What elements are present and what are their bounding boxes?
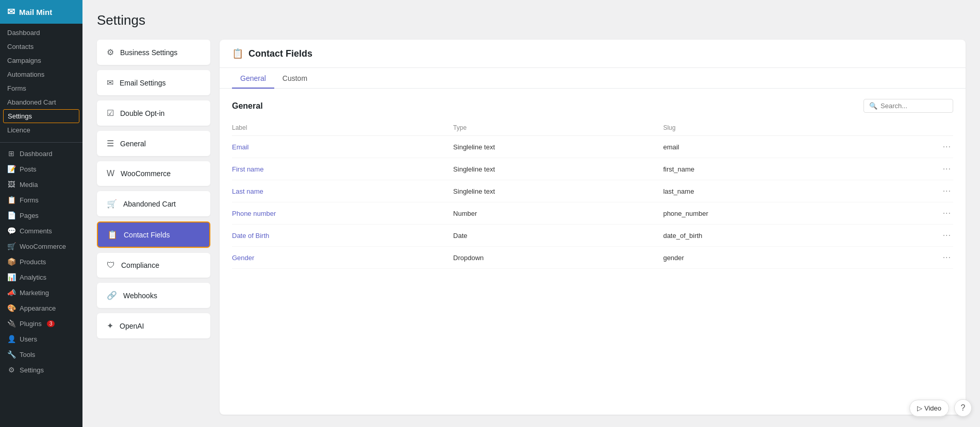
mail-mint-logo[interactable]: ✉ Mail Mint bbox=[0, 0, 82, 24]
table-row: Date of BirthDatedate_of_birth··· bbox=[232, 225, 953, 247]
sidebar-item-contacts[interactable]: Contacts bbox=[0, 40, 82, 54]
settings-menu-item-contact-fields[interactable]: 📋Contact Fields bbox=[97, 221, 210, 248]
field-actions-email: ··· bbox=[890, 136, 954, 158]
sidebar-item-wp-settings[interactable]: ⚙Settings bbox=[0, 362, 82, 378]
settings-menu-item-woocommerce-settings[interactable]: WWooCommerce bbox=[97, 161, 210, 186]
field-more-btn-last_name[interactable]: ··· bbox=[941, 186, 953, 196]
compliance-menu-icon: 🛡 bbox=[107, 261, 115, 270]
field-more-btn-email[interactable]: ··· bbox=[941, 142, 953, 151]
compliance-menu-label: Compliance bbox=[121, 261, 159, 269]
col-actions bbox=[890, 120, 954, 136]
settings-menu: ⚙Business Settings✉Email Settings☑Double… bbox=[97, 40, 210, 415]
sidebar-item-analytics[interactable]: 📊Analytics bbox=[0, 269, 82, 285]
sidebar-item-appearance[interactable]: 🎨Appearance bbox=[0, 300, 82, 316]
table-row: First nameSingleline textfirst_name··· bbox=[232, 158, 953, 180]
tab-custom[interactable]: Custom bbox=[274, 68, 315, 89]
products-icon: 📦 bbox=[7, 258, 15, 266]
plugins-icon: 🔌 bbox=[7, 319, 15, 328]
sidebar-item-users[interactable]: 👤Users bbox=[0, 331, 82, 347]
sidebar-item-wp-forms[interactable]: 📋Forms bbox=[0, 192, 82, 208]
sidebar-divider bbox=[0, 142, 82, 143]
sidebar-item-abandoned-cart[interactable]: Abandoned Cart bbox=[0, 95, 82, 109]
field-more-btn-date_of_birth[interactable]: ··· bbox=[941, 231, 953, 240]
sidebar-item-wp-dashboard[interactable]: ⊞Dashboard bbox=[0, 146, 82, 161]
woocommerce-settings-menu-label: WooCommerce bbox=[121, 169, 171, 178]
sidebar-item-woocommerce[interactable]: 🛒WooCommerce bbox=[0, 238, 82, 254]
settings-menu-item-compliance[interactable]: 🛡Compliance bbox=[97, 253, 210, 278]
field-type-phone_number: Number bbox=[453, 202, 663, 225]
webhooks-menu-label: Webhooks bbox=[123, 292, 157, 300]
sidebar-item-automations[interactable]: Automations bbox=[0, 67, 82, 81]
table-row: GenderDropdowngender··· bbox=[232, 247, 953, 269]
users-label: Users bbox=[20, 335, 37, 343]
field-actions-gender: ··· bbox=[890, 247, 954, 269]
sidebar-item-campaigns[interactable]: Campaigns bbox=[0, 54, 82, 67]
panel-title: Contact Fields bbox=[248, 48, 312, 59]
business-settings-menu-label: Business Settings bbox=[120, 48, 177, 57]
sidebar: ✉ Mail Mint DashboardContactsCampaignsAu… bbox=[0, 0, 82, 427]
search-input[interactable] bbox=[881, 102, 948, 110]
help-button[interactable]: ? bbox=[954, 399, 972, 417]
field-label-gender[interactable]: Gender bbox=[232, 247, 453, 269]
search-icon: 🔍 bbox=[869, 102, 877, 110]
openai-menu-label: OpenAI bbox=[120, 322, 144, 330]
woocommerce-icon: 🛒 bbox=[7, 242, 15, 250]
field-more-btn-first_name[interactable]: ··· bbox=[941, 164, 953, 174]
sidebar-item-media[interactable]: 🖼Media bbox=[0, 177, 82, 192]
field-more-btn-gender[interactable]: ··· bbox=[941, 253, 953, 262]
mail-mint-logo-text: Mail Mint bbox=[19, 8, 52, 16]
fields-table-header: General 🔍 bbox=[232, 99, 953, 113]
table-row: EmailSingleline textemail··· bbox=[232, 136, 953, 158]
settings-menu-item-general[interactable]: ☰General bbox=[97, 131, 210, 156]
video-button[interactable]: ▷ Video bbox=[909, 400, 949, 417]
page-area: Settings ⚙Business Settings✉Email Settin… bbox=[82, 0, 980, 427]
wp-dashboard-label: Dashboard bbox=[20, 150, 53, 158]
general-menu-label: General bbox=[120, 140, 146, 148]
settings-menu-item-email-settings[interactable]: ✉Email Settings bbox=[97, 70, 210, 95]
col-type: Type bbox=[453, 120, 663, 136]
settings-menu-item-webhooks[interactable]: 🔗Webhooks bbox=[97, 283, 210, 308]
sidebar-item-plugins[interactable]: 🔌Plugins3 bbox=[0, 316, 82, 331]
settings-menu-item-abandoned-cart-settings[interactable]: 🛒Abandoned Cart bbox=[97, 191, 210, 216]
sidebar-item-marketing[interactable]: 📣Marketing bbox=[0, 285, 82, 300]
field-actions-date_of_birth: ··· bbox=[890, 225, 954, 247]
field-label-last_name[interactable]: Last name bbox=[232, 180, 453, 202]
posts-icon: 📝 bbox=[7, 165, 15, 173]
field-label-date_of_birth[interactable]: Date of Birth bbox=[232, 225, 453, 247]
search-box[interactable]: 🔍 bbox=[863, 99, 953, 113]
field-slug-email: email bbox=[663, 136, 890, 158]
field-label-phone_number[interactable]: Phone number bbox=[232, 202, 453, 225]
email-settings-menu-icon: ✉ bbox=[107, 78, 113, 88]
sidebar-item-forms[interactable]: Forms bbox=[0, 81, 82, 95]
sidebar-item-comments[interactable]: 💬Comments bbox=[0, 223, 82, 238]
field-type-first_name: Singleline text bbox=[453, 158, 663, 180]
tab-general[interactable]: General bbox=[232, 68, 274, 89]
sidebar-item-settings[interactable]: Settings bbox=[3, 109, 79, 123]
settings-menu-item-business-settings[interactable]: ⚙Business Settings bbox=[97, 40, 210, 65]
table-row: Phone numberNumberphone_number··· bbox=[232, 202, 953, 225]
email-settings-menu-label: Email Settings bbox=[120, 79, 165, 87]
help-label: ? bbox=[961, 403, 966, 413]
sidebar-item-posts[interactable]: 📝Posts bbox=[0, 161, 82, 177]
contact-fields-menu-label: Contact Fields bbox=[124, 231, 170, 239]
analytics-icon: 📊 bbox=[7, 273, 15, 281]
sidebar-item-products[interactable]: 📦Products bbox=[0, 254, 82, 269]
settings-menu-item-openai[interactable]: ✦OpenAI bbox=[97, 313, 210, 338]
field-label-first_name[interactable]: First name bbox=[232, 158, 453, 180]
field-actions-first_name: ··· bbox=[890, 158, 954, 180]
contact-fields-panel: 📋 Contact Fields GeneralCustom General 🔍 bbox=[220, 40, 966, 415]
webhooks-menu-icon: 🔗 bbox=[107, 291, 117, 300]
mail-mint-logo-icon: ✉ bbox=[7, 6, 15, 18]
sidebar-item-tools[interactable]: 🔧Tools bbox=[0, 347, 82, 362]
panel-tabs: GeneralCustom bbox=[220, 68, 966, 89]
field-more-btn-phone_number[interactable]: ··· bbox=[941, 209, 953, 218]
settings-menu-item-double-opt-in[interactable]: ☑Double Opt-in bbox=[97, 100, 210, 126]
sidebar-item-licence[interactable]: Licence bbox=[0, 123, 82, 137]
video-label: ▷ Video bbox=[917, 404, 941, 412]
sidebar-item-dashboard[interactable]: Dashboard bbox=[0, 26, 82, 40]
field-slug-phone_number: phone_number bbox=[663, 202, 890, 225]
sidebar-item-pages[interactable]: 📄Pages bbox=[0, 208, 82, 223]
appearance-icon: 🎨 bbox=[7, 304, 15, 312]
field-label-email[interactable]: Email bbox=[232, 136, 453, 158]
panel-body: General 🔍 Label Type Slug bbox=[220, 89, 966, 415]
